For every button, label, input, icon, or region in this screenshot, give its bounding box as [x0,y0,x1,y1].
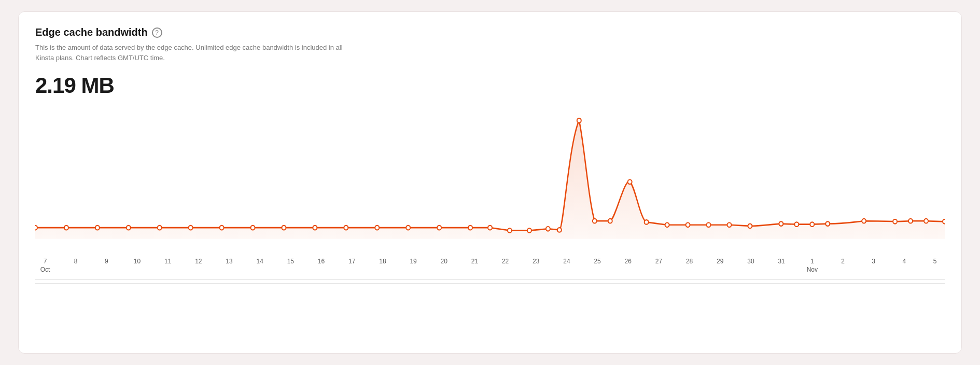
data-point [943,219,945,224]
x-label-17: 17 [344,258,360,273]
data-point [189,226,193,230]
help-icon[interactable]: ? [152,27,162,38]
x-label-18: 18 [375,258,390,273]
chart-line [35,120,945,230]
data-point [220,226,224,230]
data-point [127,226,131,230]
data-point [727,222,731,227]
data-point [645,220,649,224]
x-label-2: 2 [835,258,850,273]
x-label-28: 28 [682,258,697,273]
divider-lines [35,279,945,284]
x-label-24: 24 [559,258,575,273]
data-point [893,219,897,224]
chart-fill [35,120,945,238]
data-point [282,226,286,230]
data-point [924,219,928,223]
data-point [810,222,814,227]
x-label-12: 12 [191,258,206,273]
data-point [313,226,317,230]
x-axis-labels: 7 Oct 8 9 10 11 12 13 14 15 16 17 [35,258,945,273]
edge-cache-bandwidth-card: Edge cache bandwidth ? This is the amoun… [18,11,962,354]
data-point [508,228,512,233]
data-point-peak [577,118,581,123]
x-label-10: 10 [130,258,145,273]
x-label-20: 20 [436,258,452,273]
data-point [593,219,597,223]
data-point [35,226,37,230]
x-label-25: 25 [590,258,605,273]
data-point [527,228,531,233]
data-point [665,222,669,227]
chart-area [35,110,945,256]
x-label-27: 27 [651,258,666,273]
x-label-3: 3 [866,258,881,273]
x-label-4: 4 [897,258,912,273]
data-point [64,226,68,230]
data-point [375,226,379,230]
x-label-11: 11 [160,258,176,273]
data-point [686,222,690,227]
data-point [908,219,913,223]
x-label-15: 15 [283,258,298,273]
x-label-7: 7 Oct [37,258,53,273]
x-label-14: 14 [252,258,268,273]
divider-line-2 [35,283,945,284]
x-label-8: 8 [68,258,83,273]
x-label-31: 31 [774,258,789,273]
x-label-22: 22 [498,258,513,273]
card-title: Edge cache bandwidth [35,26,148,38]
x-label-23: 23 [528,258,544,273]
x-label-9: 9 [99,258,114,273]
data-point [344,226,348,230]
data-point [748,224,752,229]
data-point [546,227,550,231]
x-label-5: 5 [927,258,943,273]
x-label-16: 16 [314,258,329,273]
divider-line-1 [35,279,945,280]
data-point [707,222,711,227]
x-label-29: 29 [712,258,728,273]
data-point [794,222,799,227]
data-point [406,226,410,230]
x-label-19: 19 [405,258,421,273]
metric-value: 2.19 MB [35,73,945,98]
chart-svg [35,110,945,256]
data-point [251,226,255,230]
data-point [437,226,441,230]
data-point [779,221,783,226]
data-point [468,226,472,230]
data-point [488,226,492,230]
data-point [825,221,830,226]
x-label-1-nov: 1 Nov [804,258,820,273]
data-point [95,226,100,230]
x-label-13: 13 [221,258,237,273]
data-point [862,219,866,223]
data-point [628,180,632,185]
x-label-21: 21 [467,258,482,273]
card-description: This is the amount of data served by the… [35,43,357,63]
x-label-26: 26 [620,258,636,273]
card-header: Edge cache bandwidth ? [35,26,945,38]
data-point [557,228,562,232]
data-point [608,219,612,223]
data-point [158,226,162,230]
x-label-30: 30 [743,258,759,273]
